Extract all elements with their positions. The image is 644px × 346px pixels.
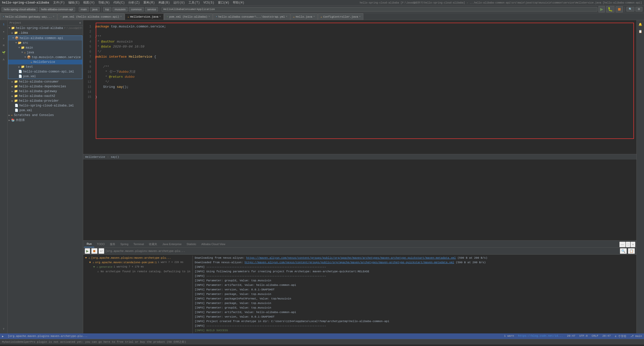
menu-help[interactable]: 帮助(H) — [231, 0, 246, 5]
breadcrumb-hello-service[interactable]: HelloService — [85, 156, 105, 159]
bottom-tab-alibaba[interactable]: Alibaba Cloud View — [199, 241, 228, 247]
menu-run[interactable]: 运行(U) — [172, 0, 186, 5]
editor-area[interactable]: 1 package top.musuixin.common.service; 2… — [83, 20, 636, 240]
tab-top-btn[interactable]: top — [103, 7, 111, 12]
tab-bootstrap-gateway[interactable]: ▪ hello-alibaba-gateway-way... × — [0, 13, 57, 20]
line-content[interactable]: */ — [93, 49, 636, 54]
tab-hello-java[interactable]: ☕ Hello.java × — [291, 13, 318, 20]
terminal-bottom-icon[interactable]: T — [1, 326, 7, 332]
run-restart-btn[interactable]: ↩ — [99, 248, 104, 254]
bottom-tab-statistic[interactable]: Statistic — [184, 241, 199, 247]
tree-item-external[interactable]: ▶ 📚 外部库 — [8, 118, 83, 123]
line-content[interactable]: /** — [93, 64, 636, 69]
tree-item-src[interactable]: ▼ 📂 src — [8, 41, 82, 45]
tree-item-oauth2[interactable]: ▶ 📁 hello-alibaba-oauth2 — [8, 94, 83, 98]
tab-close[interactable]: × — [208, 15, 210, 18]
module-btn[interactable]: hello-alibaba-common-api — [39, 7, 75, 12]
line-content[interactable]: */ — [93, 80, 636, 85]
run-tree-item-root[interactable]: ▼ ⚠ [org.apache.maven.plugins:maven-arch… — [85, 256, 190, 260]
tree-item-package[interactable]: ▼ 📦 top.musuixin.common.service — [8, 55, 82, 60]
menu-code[interactable]: 代码(C) — [112, 0, 126, 5]
spring-icon[interactable]: 🌱 — [1, 49, 7, 56]
sdk-btn[interactable]: java — [90, 7, 100, 12]
bottom-tab-terminal[interactable]: Terminal — [131, 241, 147, 247]
line-content[interactable]: /** — [93, 34, 636, 39]
maximize-panel-btn[interactable]: □ — [626, 242, 631, 247]
line-content[interactable]: public interface HelloService { — [93, 54, 636, 59]
tab-common-btn[interactable]: common — [129, 7, 144, 12]
menu-analyze[interactable]: 分析(Z) — [127, 0, 141, 5]
run-play-btn[interactable]: ▶ — [85, 248, 90, 254]
menu-build[interactable]: 构建(B) — [157, 0, 172, 5]
menu-nav[interactable]: 导航(N) — [97, 0, 111, 5]
tree-item-idea[interactable]: ▶ 📁 .idea — [8, 30, 83, 35]
menu-window[interactable]: 窗口(W) — [216, 0, 231, 5]
console-link-1[interactable]: https://maven.aliyun.com/nexus/content/g… — [246, 256, 456, 259]
menu-refactor[interactable]: 重构(R) — [142, 0, 156, 5]
notifications-icon[interactable]: 🔔 — [637, 21, 644, 28]
menu-vcs[interactable]: VCS(S) — [202, 1, 216, 5]
run-tree-item-generate[interactable]: ▼ ⚠ generate 1 warning 7 × 179 ms — [85, 265, 190, 269]
line-content[interactable]: } — [93, 95, 636, 100]
tab-config-controller[interactable]: ☕ ConfigController.java × — [318, 13, 364, 20]
event-log-icon[interactable]: 📋 — [637, 28, 644, 35]
tree-item-provider[interactable]: ▶ 📁 hello-alibaba-provider — [8, 98, 83, 103]
branch-btn[interactable]: main — [79, 7, 89, 12]
maven-icon[interactable]: M — [1, 42, 7, 49]
tree-item-hello-service[interactable]: ☕ HelloService — [8, 60, 82, 64]
tree-item-test[interactable]: ▶ 📁 test — [8, 64, 82, 69]
tree-item-scratches[interactable]: ▶ ✏ Scratches and Consoles — [8, 113, 83, 118]
status-git[interactable]: ⎇ main — [630, 334, 642, 338]
tab-bootstrap-consumer[interactable]: ▪ hello-alibaba-consumer\...\bootstrap.y… — [213, 13, 290, 20]
sidebar-settings-icon[interactable]: ⚙ — [79, 21, 81, 24]
tree-item-root-pom[interactable]: 📄 pom.xml — [8, 108, 83, 113]
run-tree-warning-item[interactable]: ⚠ No archetype found in remote catalog. … — [85, 269, 190, 274]
breadcrumb-say[interactable]: say() — [111, 156, 119, 159]
line-content[interactable] — [93, 90, 636, 95]
line-content[interactable]: * 引一下dubbo方法 — [93, 69, 636, 74]
tree-item-iml[interactable]: 📄 hello-alibaba-common-api.iml — [8, 69, 82, 74]
tree-item-root-iml[interactable]: 📄 hello-spring-cloud-alibaba.iml — [8, 103, 83, 108]
bottom-tab-run[interactable]: Run — [84, 241, 94, 247]
console-link-2[interactable]: https://maven.aliyun.com/nexus/content/g… — [245, 261, 454, 264]
status-line-sep[interactable]: CRLF — [592, 334, 598, 338]
line-content[interactable] — [93, 29, 636, 34]
line-content[interactable]: * @return dubbo — [93, 74, 636, 80]
debug-button[interactable]: 🐛 — [606, 6, 615, 12]
tab-close[interactable]: × — [53, 15, 54, 18]
tree-item-gateway[interactable]: ▶ 📁 hello-alibaba-gateway — [8, 89, 83, 94]
bottom-tab-todo[interactable]: TODO — [94, 241, 107, 247]
console-output[interactable]: ▼ ⚠ [org.apache.maven.plugins:maven-arch… — [83, 255, 636, 333]
tab-service-btn[interactable]: service — [145, 7, 158, 12]
bottom-tab-favorites[interactable]: 收藏夹 — [146, 241, 160, 247]
tree-item-java[interactable]: ▼ ☕ java — [8, 50, 82, 55]
tree-item-consumer[interactable]: ▶ 📁 hello-alibaba-consumer — [8, 79, 83, 84]
run-scroll-btn[interactable]: 📋 — [628, 248, 635, 254]
tab-pom-alibaba[interactable]: ▪ pom.xml (hello-alibaba) × — [164, 13, 213, 20]
tree-item-pom[interactable]: 📄 pom.xml — [8, 74, 82, 79]
menu-view[interactable]: 视图(V) — [82, 0, 96, 5]
run-stop-btn[interactable]: ⏹ — [91, 248, 98, 254]
line-content[interactable]: * @author musuixin — [93, 39, 636, 44]
settings-btn[interactable]: ⚙ — [635, 7, 642, 12]
tab-close[interactable]: × — [120, 15, 122, 18]
tab-hello-service[interactable]: ☕ HelloService.java × — [125, 13, 164, 20]
status-url[interactable]: https://blog.csdn.net/id... — [518, 334, 563, 338]
menu-edit[interactable]: 编辑(E) — [67, 0, 81, 5]
line-content[interactable]: package top.musuixin.common.service; — [93, 24, 636, 29]
bottom-tab-java-enterprise[interactable]: Java Enterprise — [160, 241, 184, 247]
tab-close[interactable]: × — [313, 15, 315, 18]
tab-close[interactable]: × — [159, 15, 161, 18]
menu-file[interactable]: 文件(F) — [52, 0, 66, 5]
alibaba-icon[interactable]: A — [1, 56, 7, 63]
status-encoding[interactable]: UTF-8 — [579, 334, 588, 338]
tab-pom-common[interactable]: ▪ pom.xml (hello-alibaba-common-api) × — [57, 13, 124, 20]
run-filter-btn[interactable]: 🔍 — [620, 248, 627, 254]
tree-item-root[interactable]: ▼ 📁 hello-spring-cloud-alibaba F:\Java编程… — [8, 26, 83, 30]
menu-tools[interactable]: 工具(T) — [187, 0, 202, 5]
tree-item-common-api[interactable]: ▼ 📦 hello-alibaba-common-api — [8, 36, 82, 41]
run-button[interactable]: ▶ — [598, 6, 605, 12]
bottom-tab-service[interactable]: 服务 — [107, 241, 118, 247]
project-btn[interactable]: hello-spring-cloud-alibaba — [2, 7, 38, 12]
favorites-icon[interactable]: ★ — [1, 28, 7, 35]
